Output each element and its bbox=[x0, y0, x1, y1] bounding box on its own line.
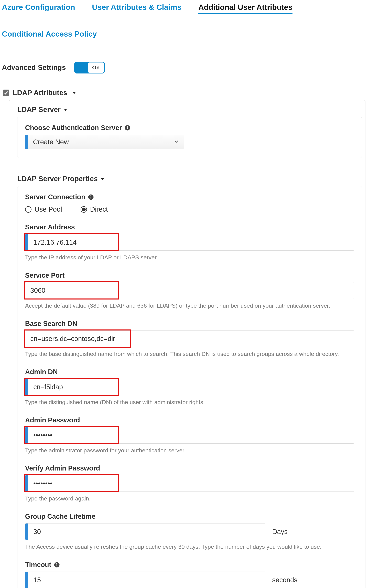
service-port-input[interactable]: 3060 bbox=[25, 282, 354, 299]
choose-auth-server-select[interactable]: Create New bbox=[25, 134, 184, 149]
svg-rect-3 bbox=[127, 127, 128, 129]
tab-user-attributes-claims[interactable]: User Attributes & Claims bbox=[92, 3, 181, 14]
caret-down-icon bbox=[63, 105, 68, 113]
svg-point-4 bbox=[127, 126, 128, 127]
admin-password-label: Admin Password bbox=[25, 416, 354, 427]
choose-auth-server-label: Choose Authentication Server bbox=[25, 124, 122, 132]
service-port-label: Service Port bbox=[25, 272, 354, 282]
admin-dn-hint: Type the distinguished name (DN) of the … bbox=[25, 395, 354, 406]
info-icon[interactable] bbox=[124, 125, 130, 131]
required-indicator bbox=[25, 135, 28, 149]
base-search-dn-hint: Type the base distinguished name from wh… bbox=[25, 347, 354, 358]
ldap-attributes-header[interactable]: LDAP Attributes bbox=[13, 89, 67, 97]
group-cache-lifetime-input[interactable]: 30 bbox=[25, 523, 266, 540]
advanced-settings-toggle[interactable]: On bbox=[74, 62, 105, 73]
svg-marker-1 bbox=[64, 109, 67, 111]
server-connection-use-pool-radio[interactable]: Use Pool bbox=[25, 206, 62, 213]
required-indicator bbox=[25, 234, 28, 250]
required-indicator bbox=[25, 524, 28, 540]
verify-admin-password-input[interactable]: •••••••• bbox=[25, 475, 354, 492]
svg-rect-10 bbox=[57, 564, 57, 566]
ldap-server-properties-header[interactable]: LDAP Server Properties bbox=[17, 173, 362, 186]
select-value: Create New bbox=[28, 138, 69, 146]
timeout-unit: seconds bbox=[272, 576, 297, 584]
svg-rect-7 bbox=[91, 196, 91, 198]
required-indicator bbox=[25, 475, 28, 492]
timeout-label: Timeout bbox=[25, 561, 51, 568]
required-indicator bbox=[25, 379, 28, 395]
ldap-attributes-checkbox[interactable] bbox=[3, 90, 9, 96]
caret-down-icon bbox=[100, 175, 105, 183]
ldap-server-properties-panel: Server Connection Use Pool Direct bbox=[17, 186, 362, 588]
required-indicator bbox=[25, 572, 28, 588]
service-port-hint: Accept the default value (389 for LDAP a… bbox=[25, 299, 354, 310]
server-connection-direct-radio[interactable]: Direct bbox=[81, 206, 108, 213]
base-search-dn-label: Base Search DN bbox=[25, 320, 354, 330]
tab-additional-user-attributes[interactable]: Additional User Attributes bbox=[198, 3, 293, 14]
verify-admin-password-hint: Type the password again. bbox=[25, 492, 354, 503]
group-cache-lifetime-hint: The Access device usually refreshes the … bbox=[25, 540, 354, 551]
ldap-server-header[interactable]: LDAP Server bbox=[17, 104, 362, 117]
required-indicator bbox=[25, 427, 28, 444]
chevron-down-icon bbox=[174, 138, 179, 145]
admin-dn-label: Admin DN bbox=[25, 368, 354, 379]
base-search-dn-input[interactable]: cn=users,dc=contoso,dc=dir bbox=[25, 330, 354, 347]
admin-password-input[interactable]: •••••••• bbox=[25, 427, 354, 444]
server-address-label: Server Address bbox=[25, 223, 354, 234]
svg-marker-5 bbox=[101, 178, 104, 180]
caret-down-icon bbox=[72, 89, 76, 97]
admin-password-hint: Type the administrator password for your… bbox=[25, 444, 354, 454]
info-icon[interactable] bbox=[88, 194, 94, 200]
toggle-state-text: On bbox=[92, 64, 100, 71]
group-cache-lifetime-unit: Days bbox=[272, 528, 287, 536]
advanced-settings-label: Advanced Settings bbox=[2, 63, 66, 72]
timeout-input[interactable]: 15 bbox=[25, 572, 266, 588]
verify-admin-password-label: Verify Admin Password bbox=[25, 464, 354, 475]
svg-point-11 bbox=[56, 563, 57, 564]
svg-marker-0 bbox=[73, 92, 75, 94]
admin-dn-input[interactable]: cn=f5ldap bbox=[25, 379, 354, 395]
tab-bar: Azure Configuration User Attributes & Cl… bbox=[0, 0, 369, 41]
svg-point-8 bbox=[90, 195, 92, 196]
server-address-hint: Type the IP address of your LDAP or LDAP… bbox=[25, 251, 354, 261]
info-icon[interactable] bbox=[54, 562, 60, 568]
tab-azure-configuration[interactable]: Azure Configuration bbox=[2, 3, 75, 14]
ldap-server-panel: Choose Authentication Server Create New bbox=[17, 117, 362, 158]
tab-conditional-access-policy[interactable]: Conditional Access Policy bbox=[2, 28, 97, 40]
group-cache-lifetime-label: Group Cache Lifetime bbox=[25, 513, 354, 523]
server-connection-label: Server Connection bbox=[25, 193, 85, 201]
server-address-input[interactable]: 172.16.76.114 bbox=[25, 234, 354, 251]
